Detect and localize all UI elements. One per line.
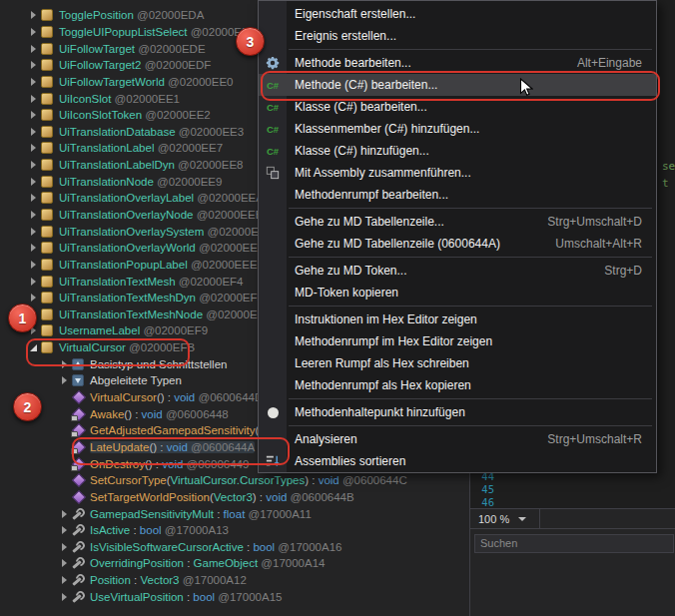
expander-icon[interactable]: [27, 344, 40, 351]
expander-icon[interactable]: [27, 11, 40, 19]
menu-item-shortcut: Strg+Umschalt+R: [547, 432, 642, 446]
expander-icon[interactable]: [27, 278, 40, 286]
tree-row[interactable]: SetTargetWorldPosition(Vector3) : void @…: [0, 489, 469, 506]
zoom-select[interactable]: 100 %: [478, 513, 526, 525]
menu-item[interactable]: C# Klasse (C#) hinzufügen...: [259, 140, 656, 162]
menu-item-label: Klasse (C#) bearbeiten...: [295, 100, 618, 114]
menu-item-label: Leeren Rumpf als Hex schreiben: [295, 356, 618, 370]
tree-row[interactable]: SetCursorType(VirtualCursor.CursorTypes)…: [0, 472, 469, 489]
menu-item[interactable]: MD-Token kopieren: [259, 282, 656, 304]
tree-row-label: Basistyp und Schnittstellen: [90, 358, 227, 370]
expander-icon[interactable]: [27, 28, 40, 36]
tree-row-label: UiTranslationLabel @02000EE7: [59, 142, 223, 154]
expander-icon[interactable]: [58, 576, 71, 584]
merge-icon: [259, 166, 287, 180]
tree-row[interactable]: OverridingPosition : GameObject @17000A1…: [0, 555, 469, 572]
expander-icon[interactable]: [27, 78, 40, 86]
expander-icon[interactable]: [58, 593, 71, 601]
menu-item-label: Methodenrumpf bearbeiten...: [295, 188, 618, 202]
class-icon: [40, 58, 55, 72]
menu-item[interactable]: C# Methode (C#) bearbeiten...: [259, 74, 656, 96]
sort-icon: [259, 454, 287, 468]
class-icon: [40, 340, 55, 354]
menu-item[interactable]: Leeren Rumpf als Hex schreiben: [259, 352, 656, 374]
menu-item[interactable]: C# Klassenmember (C#) hinzufügen...: [259, 118, 656, 140]
tree-row-label: UiTranslationDatabase @02000EE3: [59, 126, 244, 138]
method-private-icon: [71, 457, 86, 471]
menu-item[interactable]: Methodenrumpf als Hex kopieren: [259, 374, 656, 396]
menu-item[interactable]: C# Klasse (C#) bearbeiten...: [259, 96, 656, 118]
expander-icon[interactable]: [58, 526, 71, 534]
tree-row-label: OverridingPosition : GameObject @17000A1…: [90, 557, 325, 569]
search-input[interactable]: [474, 534, 674, 553]
tree-row[interactable]: IsActive : bool @17000A13: [0, 522, 469, 539]
tree-row-label: Abgeleitete Typen: [90, 374, 182, 386]
menu-item[interactable]: Methodenrumpf im Hex Editor zeigen: [259, 330, 656, 352]
expander-icon[interactable]: [27, 95, 40, 103]
expander-icon[interactable]: [58, 376, 71, 384]
class-icon: [40, 308, 55, 321]
menu-item[interactable]: Gehe zu MD Tabellenzeile... Strg+Umschal…: [259, 211, 656, 233]
menu-item[interactable]: Eigenschaft erstellen...: [259, 3, 656, 25]
expander-icon[interactable]: [58, 543, 71, 551]
tree-row[interactable]: UseVirtualPosition : bool @17000A15: [0, 588, 469, 605]
expander-icon[interactable]: [27, 144, 40, 152]
menu-item-label: Instruktionen im Hex Editor zeigen: [295, 312, 618, 326]
expander-icon[interactable]: [27, 261, 40, 269]
expander-icon[interactable]: [58, 559, 71, 567]
tree-row[interactable]: IsVisibleSoftwareCursorActive : bool @17…: [0, 539, 469, 556]
tree-row-label: UseVirtualPosition : bool @17000A15: [90, 591, 282, 603]
menu-item[interactable]: Methode bearbeiten... Alt+Eingabe: [259, 52, 656, 74]
tree-row-label: SetTargetWorldPosition(Vector3) : void @…: [90, 491, 354, 503]
class-icon: [40, 323, 55, 337]
expander-icon[interactable]: [27, 45, 40, 53]
menu-separator: [289, 425, 652, 426]
expander-icon[interactable]: [27, 310, 40, 318]
tree-row[interactable]: Position : Vector3 @17000A12: [0, 572, 469, 589]
menu-item[interactable]: Gehe zu MD Token... Strg+D: [259, 260, 656, 282]
menu-separator: [289, 49, 652, 50]
menu-item[interactable]: Ereignis erstellen...: [259, 25, 656, 47]
menu-item-label: Methodenrumpf im Hex Editor zeigen: [295, 334, 618, 348]
method-private-icon: [71, 407, 86, 421]
code-fragment: t: [662, 177, 669, 190]
menu-item[interactable]: Methodenrumpf bearbeiten...: [259, 184, 656, 206]
class-icon: [40, 291, 55, 305]
expander-icon[interactable]: [27, 194, 40, 202]
property-icon: [71, 590, 86, 604]
expander-icon[interactable]: [58, 510, 71, 518]
tree-row-label: UiTranslationOverlayWorld @02000EED: [59, 242, 266, 254]
code-fragment: se: [662, 160, 675, 173]
class-icon: [40, 125, 55, 139]
menu-item[interactable]: Instruktionen im Hex Editor zeigen: [259, 308, 656, 330]
class-icon: [40, 191, 55, 205]
menu-separator: [289, 208, 652, 209]
menu-item-shortcut: Strg+Umschalt+D: [547, 215, 642, 229]
class-icon: [40, 158, 55, 172]
expander-icon[interactable]: [27, 161, 40, 169]
tree-row[interactable]: GamepadSensitivityMult : float @17000A11: [0, 505, 469, 522]
expander-icon[interactable]: [27, 244, 40, 252]
tree-row-label: UsernameLabel @02000EF9: [59, 324, 208, 336]
expander-icon[interactable]: [27, 294, 40, 302]
tree-row-label: UiFollowTarget2 @02000EDF: [59, 59, 211, 71]
menu-item[interactable]: Mit Assembly zusammenführen...: [259, 162, 656, 184]
tree-row-label: GamepadSensitivityMult : float @17000A11: [90, 508, 312, 520]
expander-icon[interactable]: [27, 228, 40, 236]
expander-icon[interactable]: [27, 211, 40, 219]
menu-item[interactable]: Methodenhaltepunkt hinzufügen: [259, 401, 656, 423]
expander-icon[interactable]: [27, 178, 40, 186]
expander-icon[interactable]: [27, 61, 40, 69]
menu-item[interactable]: Gehe zu MD Tabellenzeile (0600644A) Umsc…: [259, 233, 656, 255]
menu-item[interactable]: Assemblies sortieren: [259, 450, 656, 472]
tree-row-label: UiTranslationOverlayLabel @02000EEA: [59, 192, 264, 204]
expander-icon[interactable]: [27, 128, 40, 136]
tree-row-label: UiTranslationOverlayNode @02000EEB: [59, 209, 263, 221]
menu-item-label: Methode (C#) bearbeiten...: [295, 78, 618, 92]
menu-separator: [289, 257, 652, 258]
expander-icon[interactable]: [27, 111, 40, 119]
expander-icon[interactable]: [58, 360, 71, 368]
expander-icon[interactable]: [27, 326, 40, 334]
menu-item[interactable]: Analysieren Strg+Umschalt+R: [259, 428, 656, 450]
csharp-icon: C#: [259, 124, 287, 135]
